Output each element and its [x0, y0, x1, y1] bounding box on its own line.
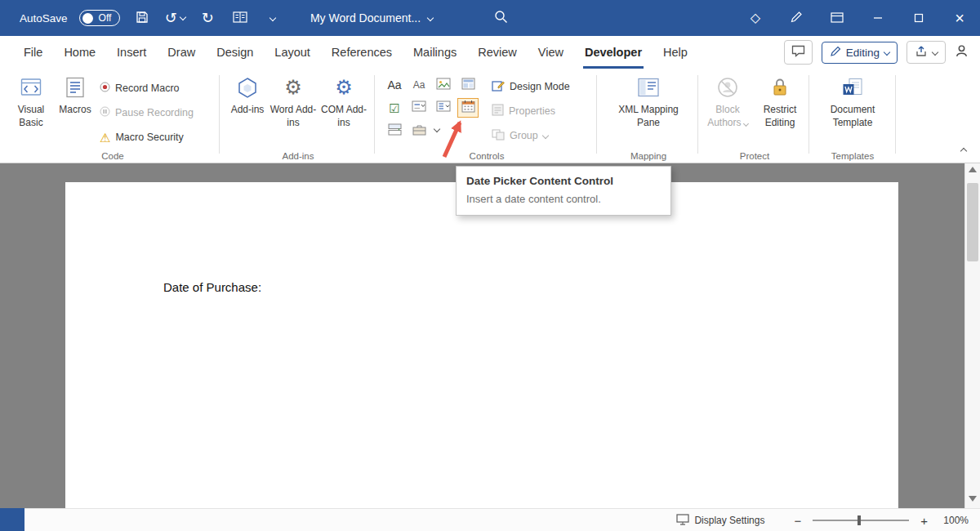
collapse-ribbon-button[interactable]	[956, 145, 972, 158]
status-accent-corner	[0, 508, 24, 531]
zoom-slider[interactable]	[813, 520, 909, 521]
undo-button[interactable]: ↺	[164, 5, 185, 31]
record-macro-button[interactable]: Record Macro	[100, 78, 180, 98]
autosave-toggle[interactable]: Off	[79, 10, 121, 26]
scroll-down-button[interactable]	[968, 496, 978, 504]
macro-security-button[interactable]: ⚠ Macro Security	[100, 127, 184, 147]
picture-control-button[interactable]	[433, 75, 454, 95]
document-title[interactable]: My Word Document...	[310, 0, 433, 36]
editing-mode-button[interactable]: Editing	[822, 42, 898, 64]
ribbon-display-options-button[interactable]	[817, 0, 858, 36]
tooltip: Date Picker Content Control Insert a dat…	[456, 166, 671, 216]
visual-basic-button[interactable]: Visual Basic	[10, 70, 52, 129]
design-mode-icon	[492, 79, 505, 95]
zoom-out-button[interactable]: −	[791, 514, 804, 528]
maximize-button[interactable]	[898, 0, 939, 36]
repeating-section-control-button[interactable]	[384, 121, 405, 141]
tab-row-right-controls: Editing	[784, 36, 969, 69]
window-controls: ◇ ×	[735, 0, 980, 36]
legacy-tools-chevron-icon[interactable]	[434, 126, 440, 132]
redo-button[interactable]: ↻	[197, 5, 218, 31]
chevron-down-icon	[270, 15, 276, 21]
save-button[interactable]	[131, 5, 153, 31]
design-mode-button[interactable]: Design Mode	[492, 77, 570, 96]
ribbon-group-addins: Add-ins ⚙ Word Add-ins ⚙ COM Add-ins Add…	[222, 69, 374, 163]
tab-review[interactable]: Review	[467, 36, 528, 69]
word-document-icon	[842, 75, 863, 100]
group-divider	[895, 75, 896, 154]
presenter-gem-button[interactable]: ◇	[735, 0, 776, 36]
document-page[interactable]: Date of Purchase:	[65, 182, 898, 508]
close-button[interactable]: ×	[939, 0, 980, 36]
zoom-level[interactable]: 100%	[939, 515, 969, 526]
tab-view[interactable]: View	[528, 36, 574, 69]
add-ins-button[interactable]: Add-ins	[230, 70, 265, 117]
gear-icon: ⚙	[284, 75, 302, 100]
title-bar: AutoSave Off ↺ ↻ My Word Document... ◇	[0, 0, 980, 36]
document-template-button[interactable]: Document Template	[824, 70, 881, 129]
tab-design[interactable]: Design	[206, 36, 264, 69]
scrollbar-thumb[interactable]	[967, 183, 978, 261]
zoom-in-button[interactable]: +	[918, 514, 930, 528]
word-add-ins-button[interactable]: ⚙ Word Add-ins	[270, 70, 317, 129]
date-picker-control-button[interactable]	[457, 98, 479, 118]
autosave-label: AutoSave	[20, 12, 68, 25]
xml-mapping-pane-label: XML Mapping Pane	[611, 104, 686, 129]
restrict-editing-button[interactable]: Restrict Editing	[755, 70, 805, 129]
macros-button[interactable]: Macros	[54, 70, 96, 117]
share-button[interactable]	[906, 41, 946, 64]
read-mode-button[interactable]	[229, 5, 251, 31]
minimize-button[interactable]	[858, 0, 898, 36]
tab-layout[interactable]: Layout	[264, 36, 321, 69]
search-button[interactable]	[488, 6, 513, 30]
customize-quick-access-button[interactable]	[262, 5, 283, 31]
tooltip-body: Insert a date content control.	[466, 193, 661, 205]
dropdown-list-control-button[interactable]	[433, 98, 454, 118]
display-settings-label: Display Settings	[694, 515, 764, 526]
xml-mapping-pane-button[interactable]: XML Mapping Pane	[611, 70, 686, 129]
comments-button[interactable]	[784, 40, 813, 65]
undo-icon: ↺	[165, 11, 177, 25]
status-bar: Display Settings − + 100%	[0, 508, 980, 531]
checkbox-control-button[interactable]: ☑	[384, 98, 405, 118]
checkbox-icon: ☑	[389, 102, 399, 114]
group-divider	[697, 75, 698, 154]
tab-references[interactable]: References	[321, 36, 403, 69]
document-text[interactable]: Date of Purchase:	[163, 280, 261, 294]
tab-developer[interactable]: Developer	[574, 36, 653, 69]
plain-text-control-button[interactable]: Aa	[408, 75, 430, 95]
display-settings-button[interactable]: Display Settings	[676, 514, 764, 528]
title-chevron-icon	[427, 15, 434, 21]
inking-button[interactable]	[776, 0, 817, 36]
design-mode-label: Design Mode	[510, 81, 570, 92]
visual-basic-label: Visual Basic	[10, 104, 52, 129]
undo-dropdown-chevron-icon[interactable]	[180, 13, 186, 20]
redo-icon: ↻	[202, 11, 214, 25]
vertical-scrollbar[interactable]	[964, 163, 980, 508]
tab-mailings[interactable]: Mailings	[403, 36, 467, 69]
legacy-tools-button[interactable]	[408, 121, 430, 141]
group-label: Group	[510, 130, 538, 141]
tab-file[interactable]: File	[13, 36, 53, 69]
group-label-addins: Add-ins	[222, 151, 374, 161]
tab-help[interactable]: Help	[653, 36, 698, 69]
status-bar-right: Display Settings − + 100%	[676, 509, 969, 531]
zoom-slider-thumb[interactable]	[858, 515, 861, 525]
com-add-ins-button[interactable]: ⚙ COM Add-ins	[320, 70, 368, 129]
window-panel-icon	[831, 11, 844, 25]
scroll-up-button[interactable]	[968, 167, 978, 175]
tab-home[interactable]: Home	[53, 36, 106, 69]
warning-icon: ⚠	[100, 132, 110, 144]
rich-text-control-button[interactable]: Aa	[384, 75, 405, 95]
group-label-templates: Templates	[812, 151, 893, 161]
tab-insert[interactable]: Insert	[106, 36, 157, 69]
building-block-gallery-button[interactable]	[457, 75, 479, 95]
account-button[interactable]	[955, 44, 969, 60]
tab-draw[interactable]: Draw	[157, 36, 206, 69]
ribbon-developer: Visual Basic Macros Record Macro Pause R…	[0, 69, 980, 163]
record-macro-label: Record Macro	[115, 83, 180, 94]
group-chevron-icon	[542, 132, 549, 139]
dropdown-list-icon	[436, 100, 451, 115]
properties-label: Properties	[509, 105, 555, 117]
combo-box-control-button[interactable]	[408, 98, 430, 118]
